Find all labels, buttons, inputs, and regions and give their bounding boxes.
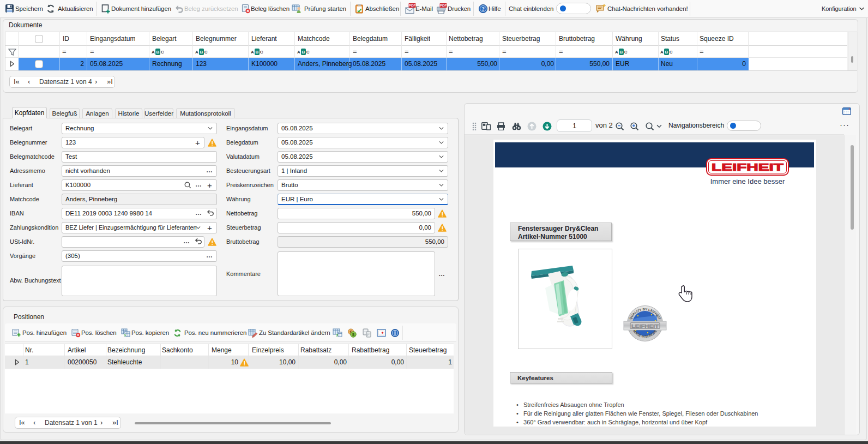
svg-text:$: $ bbox=[352, 332, 355, 337]
svg-text:?: ? bbox=[481, 6, 484, 12]
svg-text:LEIFHEIT: LEIFHEIT bbox=[631, 323, 659, 329]
svg-text:PDF: PDF bbox=[440, 3, 447, 7]
svg-text:LEIFHEIT: LEIFHEIT bbox=[712, 161, 784, 173]
svg-text:PDF: PDF bbox=[409, 3, 416, 7]
